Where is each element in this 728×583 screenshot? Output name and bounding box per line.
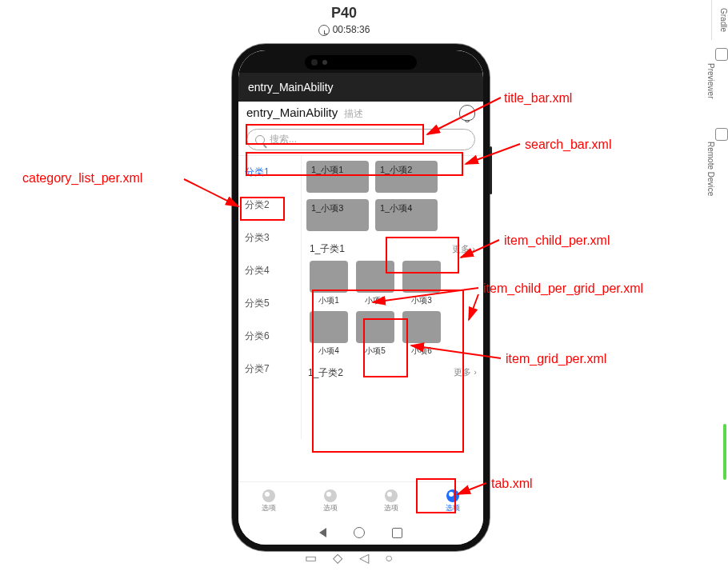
grid-thumb <box>310 311 348 343</box>
category-item[interactable]: 分类6 <box>238 320 301 353</box>
tab-label: 选项 <box>446 503 460 513</box>
section-header: 1_子类1 更多 › <box>308 241 477 261</box>
category-item[interactable]: 分类2 <box>238 189 301 222</box>
timer-row: 00:58:36 <box>224 24 464 36</box>
page-header-main: entry_MainAbility 描述 <box>246 106 453 121</box>
content-panel: 1_小项1 1_小项2 1_小项3 1_小项4 1_子类1 更多 › 小项1 小… <box>302 156 483 439</box>
tab-item[interactable]: 选项 <box>422 482 484 521</box>
tile-item[interactable]: 1_小项3 <box>306 199 369 231</box>
grid-thumb <box>356 261 394 293</box>
page-header: entry_MainAbility 描述 <box>238 102 483 126</box>
grid-item[interactable]: 小项4 <box>310 311 348 357</box>
annotation-label: item_child_per.xml <box>504 234 610 248</box>
more-link[interactable]: 更多 › <box>452 243 475 255</box>
person-icon <box>324 489 337 502</box>
annotation-label: item_grid_per.xml <box>506 352 606 366</box>
bell-icon[interactable] <box>459 105 475 121</box>
grid-label: 小项1 <box>310 295 348 306</box>
side-tab-gradle[interactable]: Gradle <box>711 0 728 40</box>
tab-label: 选项 <box>384 503 398 513</box>
grid-item[interactable]: 小项2 <box>356 261 394 306</box>
side-tab-remote-device[interactable]: Remote Device <box>712 125 728 213</box>
category-item[interactable]: 分类3 <box>238 222 301 254</box>
grid-item[interactable]: 小项3 <box>402 261 441 306</box>
svg-line-2 <box>184 179 238 206</box>
grid-row: 小项1 小项2 小项3 <box>308 261 477 306</box>
grid-section: 1_子类1 更多 › 小项1 小项2 小项3 小项4 小项5 小项6 <box>306 238 478 365</box>
android-nav-bar <box>238 521 483 545</box>
grid-item[interactable]: 小项5 <box>356 311 394 357</box>
clock-icon <box>318 25 330 36</box>
annotation-label: item_child_per_grid_per.xml <box>483 282 643 296</box>
person-icon <box>385 489 398 502</box>
grid-thumb <box>310 261 348 293</box>
grid-thumb <box>402 261 441 293</box>
grid-label: 小项5 <box>356 345 394 357</box>
title-bar-text: entry_MainAbility <box>248 81 334 94</box>
annotation-label: category_list_per.xml <box>22 171 142 186</box>
grid-item[interactable]: 小项6 <box>402 311 441 357</box>
tile-item[interactable]: 1_小项4 <box>375 199 438 231</box>
more-link[interactable]: 更多 › <box>454 366 477 380</box>
search-placeholder: 搜索... <box>270 133 297 146</box>
grid-label: 小项2 <box>356 295 394 306</box>
side-tab-previewer[interactable]: Previewer <box>712 45 728 117</box>
scrollbar-indicator[interactable] <box>723 424 726 480</box>
page-title: entry_MainAbility <box>246 106 338 119</box>
category-list: 分类1 分类2 分类3 分类4 分类5 分类6 分类7 <box>238 156 302 439</box>
eye-icon <box>715 48 728 61</box>
tab-label: 选项 <box>323 503 338 513</box>
grid-label: 小项3 <box>402 295 441 306</box>
tab-item[interactable]: 选项 <box>300 482 362 521</box>
camera-dot-icon <box>311 59 318 66</box>
preview-toolbar[interactable]: ▭ ◇ ◁ ○ <box>224 550 480 565</box>
page-subtitle: 描述 <box>344 108 363 119</box>
phone-frame: entry_MainAbility entry_MainAbility 描述 搜… <box>232 44 490 551</box>
recent-icon[interactable] <box>392 528 402 538</box>
category-item[interactable]: 分类7 <box>238 353 301 385</box>
grid-thumb <box>402 311 441 343</box>
phone-screen: entry_MainAbility entry_MainAbility 描述 搜… <box>238 50 483 545</box>
annotation-label: search_bar.xml <box>525 138 612 152</box>
device-label: P40 <box>224 5 464 22</box>
person-icon <box>446 489 459 502</box>
content-body: 分类1 分类2 分类3 分类4 分类5 分类6 分类7 1_小项1 1_小项2 … <box>238 155 483 439</box>
grid-item[interactable]: 小项1 <box>310 261 348 306</box>
camera-notch <box>305 55 417 70</box>
camera-dot-icon <box>322 60 327 65</box>
bottom-tabs: 选项 选项 选项 选项 <box>238 481 483 521</box>
device-icon <box>715 128 728 141</box>
search-input[interactable]: 搜索... <box>246 129 475 150</box>
title-bar: entry_MainAbility <box>238 73 483 102</box>
tile-row: 1_小项1 1_小项2 <box>306 161 478 193</box>
tile-row: 1_小项3 1_小项4 <box>306 199 478 231</box>
section-title: 1_子类2 <box>308 366 343 380</box>
grid-label: 小项6 <box>402 345 441 357</box>
tab-label: 选项 <box>262 503 276 513</box>
timer-value: 00:58:36 <box>333 24 370 35</box>
back-icon[interactable] <box>319 528 326 537</box>
category-item[interactable]: 分类4 <box>238 254 301 287</box>
person-icon <box>262 489 275 502</box>
tile-item[interactable]: 1_小项2 <box>375 161 438 193</box>
category-item[interactable]: 分类5 <box>238 287 301 320</box>
tile-item[interactable]: 1_小项1 <box>306 161 369 193</box>
grid-thumb <box>356 311 394 343</box>
annotation-label: title_bar.xml <box>504 91 572 106</box>
tab-item[interactable]: 选项 <box>238 482 300 521</box>
section-header-partial: 1_子类2 更多 › <box>306 365 478 380</box>
search-icon <box>255 135 265 145</box>
grid-row: 小项4 小项5 小项6 <box>308 311 477 357</box>
category-item[interactable]: 分类1 <box>238 156 301 189</box>
tab-item[interactable]: 选项 <box>361 482 422 521</box>
section-title: 1_子类1 <box>310 242 345 256</box>
annotation-label: tab.xml <box>491 477 533 491</box>
grid-label: 小项4 <box>310 345 348 357</box>
home-icon[interactable] <box>354 527 365 538</box>
